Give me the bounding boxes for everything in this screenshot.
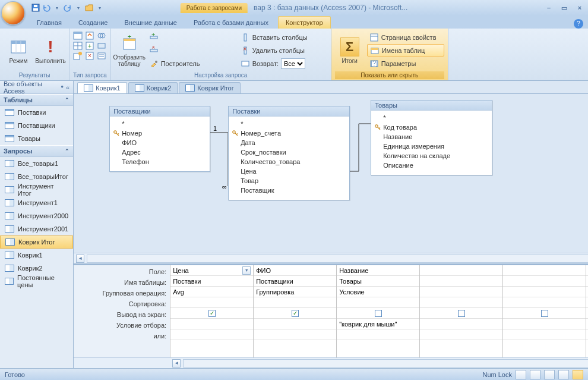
nav-item-table[interactable]: Товары: [0, 132, 73, 145]
criteria-cell[interactable]: [170, 319, 253, 329]
or-cell[interactable]: [420, 329, 502, 340]
table-title[interactable]: Товары: [371, 101, 492, 111]
passthrough-query-icon[interactable]: [97, 41, 106, 51]
groupop-cell[interactable]: [420, 287, 502, 297]
close-button[interactable]: ×: [574, 4, 586, 12]
nav-dropdown-icon[interactable]: ●: [61, 84, 64, 91]
table-cell[interactable]: Поставки: [170, 276, 253, 287]
tab-dbtools[interactable]: Работа с базами данных: [186, 17, 276, 29]
nav-item-query[interactable]: Инструмент2001: [0, 222, 73, 235]
nav-item-query[interactable]: Коврик1: [0, 249, 73, 262]
show-cell[interactable]: [420, 308, 502, 319]
update-query-icon[interactable]: [85, 31, 94, 40]
checkbox[interactable]: [375, 310, 382, 317]
design-view-button[interactable]: [573, 370, 583, 379]
sort-cell[interactable]: [170, 297, 253, 308]
datadef-query-icon[interactable]: [97, 51, 106, 61]
table-field[interactable]: Название: [375, 132, 488, 142]
return-combo[interactable]: Возврат: Все: [238, 57, 327, 70]
field-cell[interactable]: Название: [337, 265, 419, 276]
checkbox[interactable]: ✓: [208, 310, 216, 317]
delete-cols-button[interactable]: ×Удалить столбцы: [238, 44, 327, 56]
table-field[interactable]: Товар: [232, 176, 346, 186]
nav-item-query[interactable]: Коврик Итог: [0, 235, 73, 249]
union-query-icon[interactable]: [97, 31, 106, 40]
document-tab[interactable]: Коврик1: [77, 82, 127, 93]
nav-item-table[interactable]: Поставщики: [0, 119, 73, 132]
nav-item-query[interactable]: Все_товарыИтог: [0, 170, 73, 183]
table-field[interactable]: Поставщик: [232, 186, 346, 195]
view-button[interactable]: Режим: [4, 31, 33, 70]
redo-icon[interactable]: [63, 3, 72, 12]
field-cell[interactable]: [420, 265, 502, 276]
tab-external[interactable]: Внешние данные: [118, 17, 184, 29]
diagram-table[interactable]: Поставщики*НомерФИОАдресТелефон: [109, 106, 210, 172]
sort-cell[interactable]: [254, 297, 336, 308]
sort-cell[interactable]: [337, 297, 419, 308]
table-cell[interactable]: Товары: [337, 276, 419, 287]
diagram-hscroll[interactable]: ◄ ►: [74, 253, 588, 263]
table-field[interactable]: Количество на складе: [375, 151, 488, 161]
table-field[interactable]: Описание: [375, 161, 488, 170]
table-field[interactable]: Количество_товара: [232, 157, 346, 167]
property-sheet-button[interactable]: Страница свойств: [367, 31, 444, 43]
nav-item-query[interactable]: Инструмент1: [0, 196, 73, 209]
builder-button[interactable]: Построитель: [147, 57, 236, 70]
nav-item-table[interactable]: Поставки: [0, 106, 73, 119]
groupop-cell[interactable]: Avg: [170, 287, 253, 297]
minimize-button[interactable]: –: [543, 4, 555, 12]
table-field[interactable]: *: [232, 119, 346, 128]
query-diagram[interactable]: 1 ∞ Поставщики*НомерФИОАдресТелефонПоста…: [74, 94, 588, 253]
table-names-button[interactable]: Имена таблиц: [367, 44, 444, 56]
run-button[interactable]: ! Выполнить: [36, 31, 65, 70]
sort-cell[interactable]: [420, 297, 502, 308]
checkbox[interactable]: [458, 310, 465, 317]
append-query-icon[interactable]: +: [85, 41, 94, 51]
table-field[interactable]: Код товара: [375, 123, 488, 132]
table-field[interactable]: Дата: [232, 138, 346, 147]
table-field[interactable]: *: [375, 113, 488, 123]
or-cell[interactable]: [337, 329, 419, 340]
dropdown-icon[interactable]: ▼: [242, 266, 251, 275]
office-button[interactable]: [1, 1, 25, 25]
nav-section-header-tables[interactable]: Таблицы⌃: [0, 94, 73, 106]
show-cell[interactable]: ✓: [254, 308, 336, 319]
table-field[interactable]: Номер_счета: [232, 128, 346, 138]
insert-cols-button[interactable]: Вставить столбцы: [238, 31, 327, 43]
scroll-left-icon[interactable]: ◄: [76, 255, 84, 263]
groupop-cell[interactable]: Группировка: [254, 287, 336, 297]
field-cell[interactable]: Цена▼: [170, 265, 253, 276]
table-field[interactable]: ФИО: [113, 138, 206, 147]
table-title[interactable]: Поставщики: [110, 106, 210, 117]
table-field[interactable]: Номер: [113, 128, 206, 138]
scroll-left-icon[interactable]: ◄: [172, 359, 181, 368]
document-tab[interactable]: Коврик2: [128, 82, 178, 93]
nav-section-header-queries[interactable]: Запросы⌃: [0, 145, 73, 157]
maketable-query-icon[interactable]: [73, 51, 83, 61]
diagram-table[interactable]: Поставки*Номер_счетаДатаСрок_поставкиКол…: [228, 106, 350, 200]
checkbox[interactable]: ✓: [292, 310, 299, 317]
nav-collapse-icon[interactable]: «: [66, 84, 69, 91]
dropdown-icon[interactable]: ▼: [74, 3, 83, 12]
return-select[interactable]: Все: [281, 58, 305, 69]
show-cell[interactable]: [337, 308, 419, 319]
restore-button[interactable]: ▭: [558, 4, 570, 12]
table-field[interactable]: Адрес: [113, 147, 206, 157]
or-cell[interactable]: [254, 329, 336, 340]
criteria-cell[interactable]: [254, 319, 336, 329]
criteria-cell[interactable]: "коврик для мыши": [337, 319, 419, 329]
document-tab[interactable]: Коврик Итог: [179, 82, 240, 93]
sql-view-button[interactable]: [558, 370, 569, 379]
table-title[interactable]: Поставки: [229, 106, 349, 117]
qat-dropdown-icon[interactable]: ▼: [95, 3, 105, 12]
groupop-cell[interactable]: Условие: [337, 287, 419, 297]
field-cell[interactable]: ФИО: [254, 265, 336, 276]
table-field[interactable]: *: [113, 119, 206, 128]
tab-create[interactable]: Создание: [71, 17, 115, 29]
grid-hscroll[interactable]: ◄ ►: [74, 357, 588, 368]
nav-item-query[interactable]: Инструмент2000: [0, 209, 73, 222]
pivot-view-button[interactable]: [530, 370, 540, 379]
nav-item-query[interactable]: Коврик2: [0, 262, 73, 275]
tab-home[interactable]: Главная: [30, 17, 69, 29]
totals-button[interactable]: Σ Итоги: [335, 31, 365, 70]
